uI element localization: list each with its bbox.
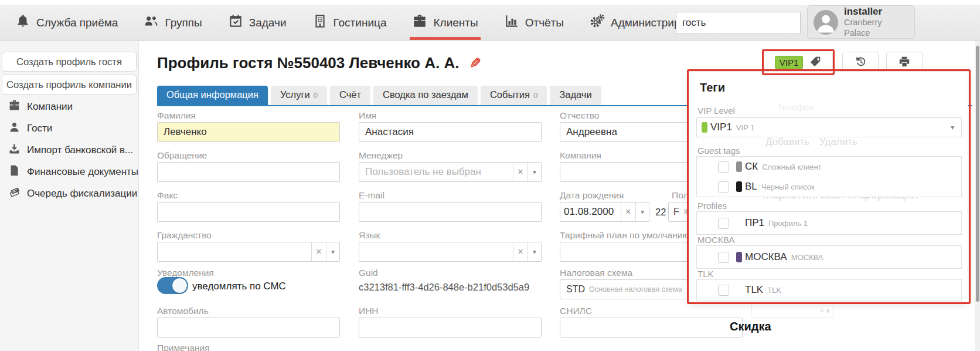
discount-heading: Скидка xyxy=(730,320,771,333)
tag-option-tlk[interactable]: TLK TLK xyxy=(697,280,961,300)
tag-name: МОСКВА xyxy=(791,253,824,262)
gears-icon xyxy=(590,14,605,32)
tab-stays-summary[interactable]: Сводка по заездам xyxy=(373,86,478,105)
sidebar-item-label: Финансовые документы xyxy=(27,166,138,178)
chevron-down-icon[interactable]: ▾ xyxy=(326,242,339,261)
nav-item-label: Отчёты xyxy=(525,16,564,29)
tab-tasks[interactable]: Задачи xyxy=(550,86,601,105)
tax-scheme-name: Основная налоговая схема xyxy=(589,285,682,293)
nav-item-clients[interactable]: Клиенты xyxy=(412,5,478,41)
sidebar-item-label: Импорт банковской в... xyxy=(27,144,133,156)
car-label: Автомобиль xyxy=(157,306,209,316)
middle-name-label: Отчество xyxy=(560,110,599,121)
sidebar-item-label: Гости xyxy=(27,123,52,134)
history-button[interactable] xyxy=(842,52,879,73)
tag-option-sk[interactable]: СК Сложный клиент xyxy=(697,157,961,177)
vip-badge: VIP1 xyxy=(775,56,804,69)
checkbox[interactable] xyxy=(718,161,729,173)
birth-date-field[interactable]: 01.08.2000 × ▾ xyxy=(560,202,649,222)
checkbox[interactable] xyxy=(718,252,729,263)
checkbox[interactable] xyxy=(718,181,729,193)
citizenship-select[interactable]: × ▾ xyxy=(157,242,340,262)
profiles-label: Profiles xyxy=(697,201,727,211)
chevron-down-icon[interactable]: ▾ xyxy=(528,163,541,181)
scrollbar-thumb[interactable] xyxy=(976,46,979,302)
ghost-clear-caret: × ▾ xyxy=(819,306,830,315)
car-field[interactable] xyxy=(157,318,340,338)
import-icon xyxy=(8,143,21,158)
citizenship-label: Гражданство xyxy=(157,230,212,241)
print-button[interactable] xyxy=(886,52,923,73)
tag-icon xyxy=(809,55,822,70)
ghost-add-button: Добавить xyxy=(765,136,809,148)
tag-name: Сложный клиент xyxy=(762,163,821,171)
tab-label: События xyxy=(490,89,530,100)
tag-option-pr1[interactable]: ПР1 Профиль 1 xyxy=(697,212,961,234)
last-name-field[interactable]: Левченко xyxy=(157,122,340,142)
fax-field[interactable] xyxy=(157,202,340,222)
tab-invoice[interactable]: Счёт xyxy=(330,86,370,105)
nav-item-label: Задачи xyxy=(249,16,287,29)
salutation-field[interactable] xyxy=(157,162,340,182)
create-guest-profile-button[interactable]: Создать профиль гостя xyxy=(2,52,137,72)
checkbox[interactable] xyxy=(718,285,729,296)
checkbox[interactable] xyxy=(718,218,729,229)
tag-color-pill xyxy=(736,181,742,192)
inn-field[interactable] xyxy=(359,318,542,338)
sidebar-item-financial-documents[interactable]: Финансовые документы xyxy=(8,164,138,180)
nav-item-reception[interactable]: Служба приёма xyxy=(15,5,118,41)
search-input[interactable] xyxy=(676,12,801,34)
print-icon xyxy=(898,55,911,70)
nav-item-label: Клиенты xyxy=(433,16,478,29)
sidebar-item-bank-import[interactable]: Импорт банковской в... xyxy=(8,143,133,158)
email-field[interactable] xyxy=(359,202,542,222)
chevron-down-icon[interactable]: ▾ xyxy=(951,123,954,131)
tab-services[interactable]: Услуги 0 xyxy=(271,86,327,105)
profile-tabs: Общая информация Услуги 0 Счёт Сводка по… xyxy=(157,86,601,105)
chevron-down-icon[interactable]: ▾ xyxy=(635,203,649,221)
nav-item-reports[interactable]: Отчёты xyxy=(504,5,564,41)
bar-chart-icon xyxy=(504,14,519,32)
clear-icon[interactable]: × xyxy=(621,203,635,221)
clear-icon[interactable]: × xyxy=(311,242,326,261)
people-icon xyxy=(144,14,159,32)
sidebar-item-fiscal-queue[interactable]: Очередь фискализации xyxy=(8,186,137,201)
sidebar-item-companies[interactable]: Компании xyxy=(8,99,73,114)
last-name-value: Левченко xyxy=(158,126,339,138)
manager-select[interactable]: Пользователь не выбран × ▾ xyxy=(359,162,542,182)
tab-general-info[interactable]: Общая информация xyxy=(157,86,268,105)
language-select[interactable]: × ▾ xyxy=(359,242,542,262)
clear-icon[interactable]: × xyxy=(513,242,528,261)
tab-events[interactable]: События 0 xyxy=(481,86,547,105)
gender-code: F xyxy=(673,207,679,217)
edit-pencil-icon[interactable]: ✎ xyxy=(469,55,481,72)
sidebar-item-guests[interactable]: Гости xyxy=(8,121,52,136)
tags-button[interactable]: VIP1 xyxy=(764,52,833,73)
tag-name: Профиль 1 xyxy=(768,219,808,228)
tlk-group: TLK TLK xyxy=(696,279,962,301)
calendar-check-icon xyxy=(228,14,243,32)
profiles-group: ПР1 Профиль 1 xyxy=(696,211,962,235)
ghost-phone-label: Телефон xyxy=(777,102,814,112)
tag-option-bl[interactable]: BL Черный список xyxy=(697,177,961,197)
nav-item-groups[interactable]: Группы xyxy=(144,5,202,41)
snils-field[interactable] xyxy=(560,318,743,338)
nav-item-hotel[interactable]: Гостиница xyxy=(312,5,387,41)
history-icon xyxy=(854,55,867,70)
vip-level-label: VIP Level xyxy=(697,106,735,116)
clear-icon[interactable]: × xyxy=(513,163,528,181)
nav-item-tasks[interactable]: Задачи xyxy=(228,5,287,41)
tag-code: TLK xyxy=(745,284,763,296)
inn-label: ИНН xyxy=(359,306,379,316)
user-menu[interactable]: installer Cranberry Palace xyxy=(807,5,915,39)
first-name-field[interactable]: Анастасия xyxy=(359,122,542,142)
sidebar-item-label: Очередь фискализации xyxy=(27,188,137,200)
vip-code: VIP1 xyxy=(710,122,732,133)
vip-name: VIP 1 xyxy=(736,123,755,132)
document-icon xyxy=(8,164,21,180)
chevron-down-icon[interactable]: ▾ xyxy=(528,242,541,261)
tag-option-moscow[interactable]: МОСКВА МОСКВА xyxy=(697,246,961,268)
sms-toggle[interactable] xyxy=(157,277,188,294)
create-company-profile-button[interactable]: Создать профиль компании xyxy=(2,75,137,95)
vip-level-select[interactable]: VIP1 VIP 1 ▾ xyxy=(696,117,962,137)
